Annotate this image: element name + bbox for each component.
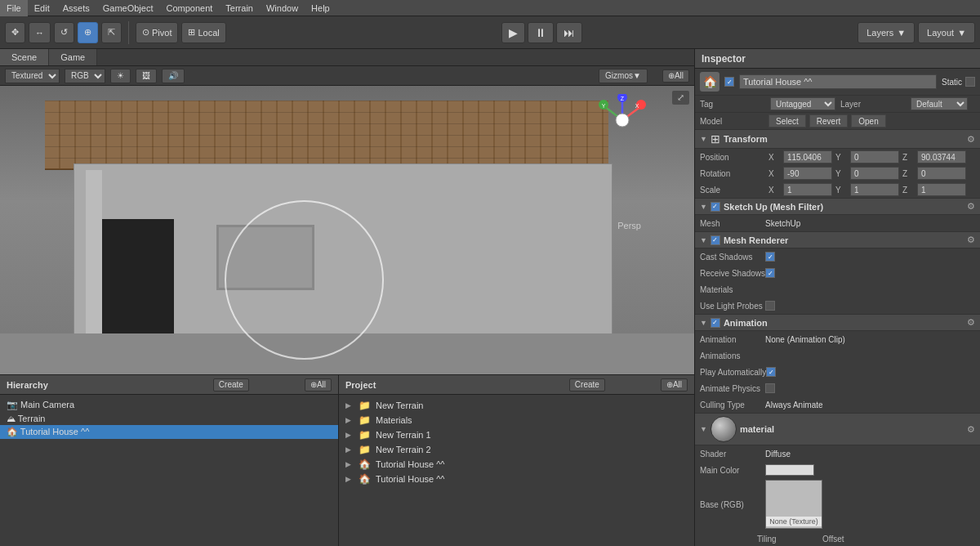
hierarchy-item-camera[interactable]: 📷 Main Camera [0, 398, 338, 412]
animation-header[interactable]: ▼ Animation ⚙ [695, 315, 980, 331]
menu-help[interactable]: Help [305, 0, 336, 16]
project-item-3[interactable]: ▶ 📁 New Terrain 2 [339, 442, 694, 457]
sun-icon-btn[interactable]: ☀ [110, 69, 131, 83]
tool-scale[interactable]: ⊕ [78, 22, 98, 43]
animations-row: Animations [695, 347, 980, 364]
pos-y-input[interactable] [850, 150, 899, 163]
layout-dropdown[interactable]: Layout ▼ [918, 22, 975, 43]
rot-x-input[interactable] [783, 167, 832, 180]
texture-preview[interactable]: None (Texture) [765, 480, 822, 529]
menu-component[interactable]: Component [159, 0, 219, 16]
revert-btn[interactable]: Revert [809, 114, 848, 128]
tool-rect[interactable]: ⇱ [101, 22, 122, 43]
menu-gameobject[interactable]: GameObject [96, 0, 160, 16]
mesh-filter-header[interactable]: ▼ Sketch Up (Mesh Filter) ⚙ [695, 199, 980, 215]
image-icon-btn[interactable]: 🖼 [136, 69, 157, 83]
rot-y-input[interactable] [850, 167, 899, 180]
transform-header[interactable]: ▼ ⊞ Transform ⚙ [695, 130, 980, 149]
tool-move[interactable]: ↔ [29, 22, 51, 43]
static-checkbox[interactable] [965, 77, 975, 87]
object-active-checkbox[interactable] [724, 77, 734, 87]
rgb-select[interactable]: RGB [65, 69, 105, 83]
animation-menu-icon[interactable]: ⚙ [967, 317, 975, 328]
play-button[interactable]: ▶ [501, 22, 525, 43]
pos-z-input[interactable] [917, 150, 966, 163]
sound-icon-btn[interactable]: 🔊 [162, 69, 185, 83]
all-label: All [675, 71, 684, 80]
rot-z-input[interactable] [917, 167, 966, 180]
open-btn[interactable]: Open [851, 114, 885, 128]
maximize-button[interactable]: ⤢ [672, 91, 689, 105]
scale-z-input[interactable] [917, 183, 966, 196]
project-create-btn[interactable]: Create [569, 378, 605, 392]
hierarchy-header: Hierarchy Create ⊕ All [0, 375, 338, 395]
object-name-section: 🏠 Static [695, 69, 980, 96]
hierarchy-item-house[interactable]: 🏠 Tutorial House ^^ [0, 425, 338, 439]
material-menu-icon[interactable]: ⚙ [967, 424, 975, 435]
tool-hand[interactable]: ✥ [5, 22, 25, 43]
scale-label: Scale [700, 186, 765, 195]
project-item-4[interactable]: ▶ 🏠 Tutorial House ^^ [339, 457, 694, 472]
all-button[interactable]: ⊕ All [662, 69, 689, 83]
layer-select[interactable]: Default [911, 97, 968, 110]
shader-value: Diffuse [765, 450, 791, 459]
project-item-5[interactable]: ▶ 🏠 Tutorial House ^^ [339, 472, 694, 486]
hierarchy-create-btn[interactable]: Create [213, 378, 249, 392]
main-area: Scene Game Textured RGB ☀ 🖼 🔊 Gizmos ▼ ⊕… [0, 49, 980, 546]
menu-window[interactable]: Window [260, 0, 305, 16]
select-model-btn[interactable]: Select [768, 114, 806, 128]
step-button[interactable]: ⏭ [556, 22, 582, 43]
animation-active[interactable] [710, 318, 720, 328]
inspector-panel: Inspector 🏠 Static Tag Untagged Layer [694, 49, 980, 546]
mesh-renderer-active[interactable] [710, 235, 720, 245]
tab-game[interactable]: Game [49, 49, 97, 65]
none-texture-label: None (Texture) [766, 517, 822, 526]
local-button[interactable]: ⊞ Local [181, 22, 225, 43]
mesh-renderer-header[interactable]: ▼ Mesh Renderer ⚙ [695, 232, 980, 248]
cast-shadows-checkbox[interactable] [765, 252, 775, 262]
culling-type-label: Culling Type [700, 401, 765, 410]
menu-assets[interactable]: Assets [56, 0, 96, 16]
animate-physics-checkbox[interactable] [765, 383, 775, 393]
hierarchy-toolbar: Create ⊕ All [213, 378, 332, 392]
scale-y-input[interactable] [850, 183, 899, 196]
mesh-filter-menu-icon[interactable]: ⚙ [967, 201, 975, 212]
tool-rotate[interactable]: ↺ [54, 22, 74, 43]
pos-x-input[interactable] [783, 150, 832, 163]
tab-scene[interactable]: Scene [0, 49, 49, 65]
main-color-swatch[interactable] [765, 464, 814, 476]
project-item-0[interactable]: ▶ 📁 New Terrain [339, 398, 694, 413]
material-header[interactable]: ▼ material ⚙ [695, 414, 980, 445]
project-item-1[interactable]: ▶ 📁 Materials [339, 413, 694, 427]
mesh-filter-active[interactable] [710, 202, 720, 212]
arrow-icon-2: ▶ [345, 431, 354, 439]
scale-x-input[interactable] [783, 183, 832, 196]
project-item-label-3: New Terrain 2 [376, 445, 431, 454]
project-all-btn[interactable]: ⊕ All [661, 378, 688, 392]
tag-select[interactable]: Untagged [770, 97, 835, 110]
gizmos-button[interactable]: Gizmos ▼ [599, 69, 648, 83]
receive-shadows-checkbox[interactable] [765, 268, 775, 278]
menu-terrain[interactable]: Terrain [219, 0, 260, 16]
pause-button[interactable]: ⏸ [528, 22, 554, 43]
material-sphere [710, 416, 737, 442]
z-label-scale: Z [902, 186, 914, 195]
pivot-button[interactable]: ⊙ Pivot [136, 22, 178, 43]
play-auto-checkbox[interactable] [766, 367, 776, 377]
arrow-icon-5: ▶ [345, 475, 354, 483]
cast-shadows-row: Cast Shadows [695, 248, 980, 265]
hierarchy-all-btn[interactable]: ⊕ All [305, 378, 332, 392]
menu-file[interactable]: File [0, 0, 28, 16]
object-name-input[interactable] [739, 74, 937, 89]
use-light-probes-checkbox[interactable] [765, 301, 775, 311]
project-item-2[interactable]: ▶ 📁 New Terrain 1 [339, 427, 694, 442]
model-section: Model Select Revert Open [695, 113, 980, 130]
hierarchy-item-terrain[interactable]: ⛰ Terrain [0, 412, 338, 425]
menu-edit[interactable]: Edit [28, 0, 56, 16]
transform-menu-icon[interactable]: ⚙ [967, 134, 975, 145]
textured-select[interactable]: Textured [5, 69, 60, 83]
layers-dropdown[interactable]: Layers ▼ [858, 22, 915, 43]
mesh-renderer-menu-icon[interactable]: ⚙ [967, 235, 975, 245]
scene-viewport[interactable]: X Y Z Persp ⤢ [0, 86, 694, 374]
camera-label: Main Camera [20, 400, 74, 410]
